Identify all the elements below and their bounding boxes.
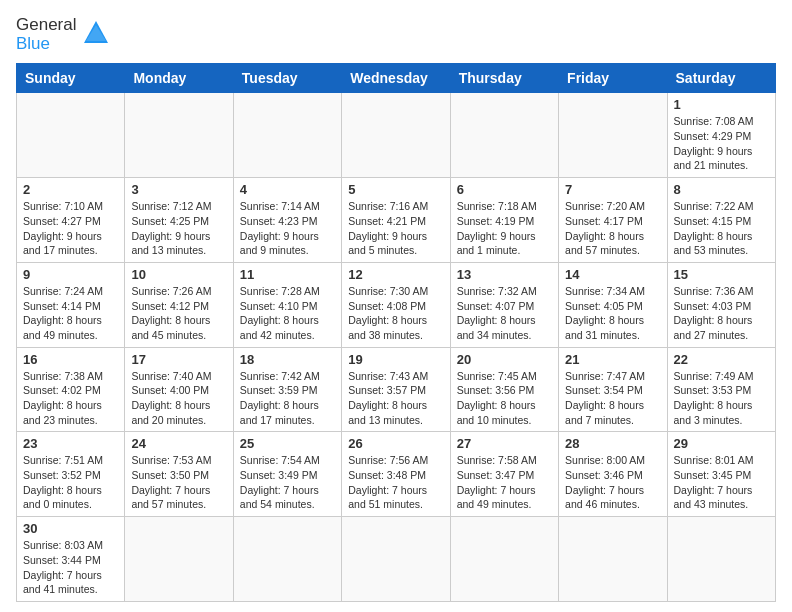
day-info: Sunrise: 7:26 AM Sunset: 4:12 PM Dayligh…	[131, 284, 226, 343]
calendar-cell	[125, 517, 233, 602]
day-number: 28	[565, 436, 660, 451]
day-number: 25	[240, 436, 335, 451]
calendar-cell	[125, 93, 233, 178]
calendar-cell: 14Sunrise: 7:34 AM Sunset: 4:05 PM Dayli…	[559, 262, 667, 347]
calendar-cell: 18Sunrise: 7:42 AM Sunset: 3:59 PM Dayli…	[233, 347, 341, 432]
day-info: Sunrise: 7:47 AM Sunset: 3:54 PM Dayligh…	[565, 369, 660, 428]
day-info: Sunrise: 7:22 AM Sunset: 4:15 PM Dayligh…	[674, 199, 769, 258]
day-number: 1	[674, 97, 769, 112]
day-number: 16	[23, 352, 118, 367]
calendar-cell: 9Sunrise: 7:24 AM Sunset: 4:14 PM Daylig…	[17, 262, 125, 347]
calendar-cell: 1Sunrise: 7:08 AM Sunset: 4:29 PM Daylig…	[667, 93, 775, 178]
day-number: 18	[240, 352, 335, 367]
calendar-cell	[17, 93, 125, 178]
day-info: Sunrise: 7:32 AM Sunset: 4:07 PM Dayligh…	[457, 284, 552, 343]
calendar-cell: 19Sunrise: 7:43 AM Sunset: 3:57 PM Dayli…	[342, 347, 450, 432]
day-number: 21	[565, 352, 660, 367]
day-info: Sunrise: 8:03 AM Sunset: 3:44 PM Dayligh…	[23, 538, 118, 597]
day-number: 4	[240, 182, 335, 197]
calendar-week-3: 9Sunrise: 7:24 AM Sunset: 4:14 PM Daylig…	[17, 262, 776, 347]
day-number: 2	[23, 182, 118, 197]
day-number: 19	[348, 352, 443, 367]
calendar-cell: 7Sunrise: 7:20 AM Sunset: 4:17 PM Daylig…	[559, 178, 667, 263]
calendar-cell: 22Sunrise: 7:49 AM Sunset: 3:53 PM Dayli…	[667, 347, 775, 432]
day-number: 17	[131, 352, 226, 367]
calendar-cell	[342, 517, 450, 602]
svg-marker-1	[86, 25, 106, 41]
day-info: Sunrise: 7:18 AM Sunset: 4:19 PM Dayligh…	[457, 199, 552, 258]
day-number: 23	[23, 436, 118, 451]
day-info: Sunrise: 7:20 AM Sunset: 4:17 PM Dayligh…	[565, 199, 660, 258]
calendar-cell: 29Sunrise: 8:01 AM Sunset: 3:45 PM Dayli…	[667, 432, 775, 517]
calendar-cell: 21Sunrise: 7:47 AM Sunset: 3:54 PM Dayli…	[559, 347, 667, 432]
calendar-cell	[667, 517, 775, 602]
calendar-cell	[233, 93, 341, 178]
day-number: 22	[674, 352, 769, 367]
calendar-cell: 17Sunrise: 7:40 AM Sunset: 4:00 PM Dayli…	[125, 347, 233, 432]
page-header: General Blue	[16, 16, 776, 53]
calendar-cell: 30Sunrise: 8:03 AM Sunset: 3:44 PM Dayli…	[17, 517, 125, 602]
calendar-cell	[559, 517, 667, 602]
calendar-cell: 6Sunrise: 7:18 AM Sunset: 4:19 PM Daylig…	[450, 178, 558, 263]
day-number: 24	[131, 436, 226, 451]
calendar-cell: 12Sunrise: 7:30 AM Sunset: 4:08 PM Dayli…	[342, 262, 450, 347]
day-info: Sunrise: 7:40 AM Sunset: 4:00 PM Dayligh…	[131, 369, 226, 428]
calendar-cell: 25Sunrise: 7:54 AM Sunset: 3:49 PM Dayli…	[233, 432, 341, 517]
calendar-header-row: SundayMondayTuesdayWednesdayThursdayFrid…	[17, 64, 776, 93]
day-number: 20	[457, 352, 552, 367]
calendar-cell: 26Sunrise: 7:56 AM Sunset: 3:48 PM Dayli…	[342, 432, 450, 517]
calendar-cell	[450, 517, 558, 602]
calendar-table: SundayMondayTuesdayWednesdayThursdayFrid…	[16, 63, 776, 602]
calendar-cell: 15Sunrise: 7:36 AM Sunset: 4:03 PM Dayli…	[667, 262, 775, 347]
day-info: Sunrise: 7:43 AM Sunset: 3:57 PM Dayligh…	[348, 369, 443, 428]
calendar-cell: 3Sunrise: 7:12 AM Sunset: 4:25 PM Daylig…	[125, 178, 233, 263]
calendar-week-5: 23Sunrise: 7:51 AM Sunset: 3:52 PM Dayli…	[17, 432, 776, 517]
day-info: Sunrise: 7:53 AM Sunset: 3:50 PM Dayligh…	[131, 453, 226, 512]
day-info: Sunrise: 7:51 AM Sunset: 3:52 PM Dayligh…	[23, 453, 118, 512]
day-info: Sunrise: 7:42 AM Sunset: 3:59 PM Dayligh…	[240, 369, 335, 428]
day-info: Sunrise: 7:08 AM Sunset: 4:29 PM Dayligh…	[674, 114, 769, 173]
calendar-cell: 28Sunrise: 8:00 AM Sunset: 3:46 PM Dayli…	[559, 432, 667, 517]
day-info: Sunrise: 7:12 AM Sunset: 4:25 PM Dayligh…	[131, 199, 226, 258]
day-info: Sunrise: 7:58 AM Sunset: 3:47 PM Dayligh…	[457, 453, 552, 512]
day-number: 14	[565, 267, 660, 282]
calendar-cell: 13Sunrise: 7:32 AM Sunset: 4:07 PM Dayli…	[450, 262, 558, 347]
day-number: 27	[457, 436, 552, 451]
day-info: Sunrise: 7:36 AM Sunset: 4:03 PM Dayligh…	[674, 284, 769, 343]
day-info: Sunrise: 7:49 AM Sunset: 3:53 PM Dayligh…	[674, 369, 769, 428]
calendar-cell: 23Sunrise: 7:51 AM Sunset: 3:52 PM Dayli…	[17, 432, 125, 517]
column-header-wednesday: Wednesday	[342, 64, 450, 93]
day-info: Sunrise: 7:24 AM Sunset: 4:14 PM Dayligh…	[23, 284, 118, 343]
column-header-tuesday: Tuesday	[233, 64, 341, 93]
day-number: 15	[674, 267, 769, 282]
day-info: Sunrise: 7:45 AM Sunset: 3:56 PM Dayligh…	[457, 369, 552, 428]
day-number: 6	[457, 182, 552, 197]
calendar-cell: 4Sunrise: 7:14 AM Sunset: 4:23 PM Daylig…	[233, 178, 341, 263]
calendar-cell: 8Sunrise: 7:22 AM Sunset: 4:15 PM Daylig…	[667, 178, 775, 263]
calendar-cell: 5Sunrise: 7:16 AM Sunset: 4:21 PM Daylig…	[342, 178, 450, 263]
day-info: Sunrise: 8:00 AM Sunset: 3:46 PM Dayligh…	[565, 453, 660, 512]
calendar-week-1: 1Sunrise: 7:08 AM Sunset: 4:29 PM Daylig…	[17, 93, 776, 178]
calendar-cell: 2Sunrise: 7:10 AM Sunset: 4:27 PM Daylig…	[17, 178, 125, 263]
day-info: Sunrise: 7:28 AM Sunset: 4:10 PM Dayligh…	[240, 284, 335, 343]
day-number: 29	[674, 436, 769, 451]
calendar-week-6: 30Sunrise: 8:03 AM Sunset: 3:44 PM Dayli…	[17, 517, 776, 602]
calendar-cell: 11Sunrise: 7:28 AM Sunset: 4:10 PM Dayli…	[233, 262, 341, 347]
calendar-cell: 27Sunrise: 7:58 AM Sunset: 3:47 PM Dayli…	[450, 432, 558, 517]
column-header-thursday: Thursday	[450, 64, 558, 93]
day-number: 13	[457, 267, 552, 282]
day-number: 3	[131, 182, 226, 197]
calendar-week-2: 2Sunrise: 7:10 AM Sunset: 4:27 PM Daylig…	[17, 178, 776, 263]
column-header-saturday: Saturday	[667, 64, 775, 93]
day-info: Sunrise: 7:30 AM Sunset: 4:08 PM Dayligh…	[348, 284, 443, 343]
column-header-friday: Friday	[559, 64, 667, 93]
calendar-week-4: 16Sunrise: 7:38 AM Sunset: 4:02 PM Dayli…	[17, 347, 776, 432]
logo-text: General Blue	[16, 16, 76, 53]
day-info: Sunrise: 7:34 AM Sunset: 4:05 PM Dayligh…	[565, 284, 660, 343]
day-number: 5	[348, 182, 443, 197]
day-info: Sunrise: 7:56 AM Sunset: 3:48 PM Dayligh…	[348, 453, 443, 512]
day-number: 7	[565, 182, 660, 197]
day-number: 9	[23, 267, 118, 282]
calendar-cell: 10Sunrise: 7:26 AM Sunset: 4:12 PM Dayli…	[125, 262, 233, 347]
calendar-cell: 24Sunrise: 7:53 AM Sunset: 3:50 PM Dayli…	[125, 432, 233, 517]
